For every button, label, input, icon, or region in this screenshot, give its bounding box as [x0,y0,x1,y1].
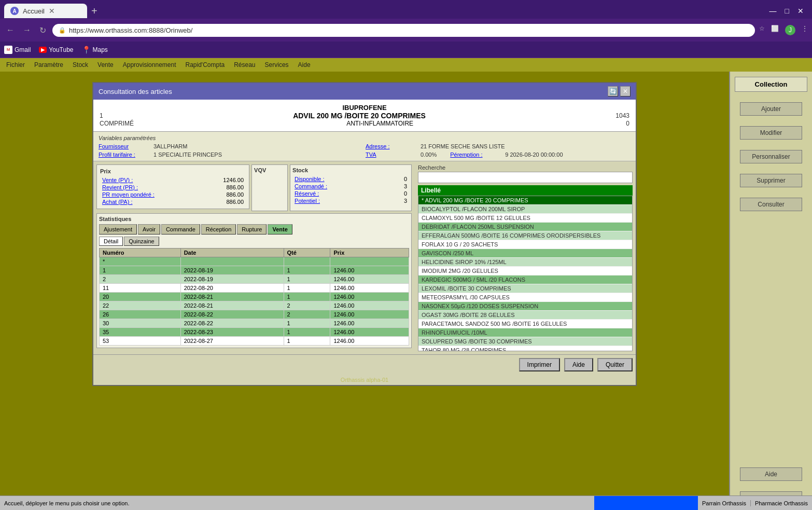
subtab-detail[interactable]: Détail [99,237,123,246]
modal-refresh-button[interactable]: 🔄 [608,86,618,97]
collection-button[interactable]: Collection [735,77,807,92]
result-item[interactable]: KARDEGIC 500MG / 5ML /20 FLACONS [418,275,632,284]
table-row[interactable]: 532022-08-2711246.00 [100,337,409,346]
result-item[interactable]: EFFERALGAN 500MG /BOITE 16 COMPRIMES ORO… [418,231,632,240]
result-item[interactable]: NASONEX 50µG /120 DOSES SUSPENSION [418,302,632,311]
table-row[interactable]: 352022-08-2311246.00 [100,328,409,337]
stats-table: Numéro Date Qté Prix * 12022-08-1911246.… [99,248,409,346]
menu-rapidcompta[interactable]: Rapid'Compta [181,60,229,70]
bookmark-maps[interactable]: 📍 Maps [82,46,108,54]
supprimer-button[interactable]: Supprimer [740,174,802,187]
tab-commande[interactable]: Commande [161,224,200,235]
peremption-value: 9 2026-08-20 00:00:00 [505,151,563,158]
tab-reception[interactable]: Réception [201,224,236,235]
tab-close-button[interactable]: ✕ [49,7,55,15]
aide-right-button[interactable]: Aide [740,467,802,481]
refresh-button[interactable]: ↻ [37,23,48,37]
bookmark-gmail[interactable]: M Gmail [4,46,31,54]
menu-stock[interactable]: Stock [68,60,92,70]
menu-vente[interactable]: Vente [93,60,118,70]
result-item[interactable]: CLAMOXYL 500 MG /BOITE 12 GELULES [418,214,632,223]
aide-button[interactable]: Aide [564,358,593,371]
result-item[interactable]: * ADVIL 200 MG /BOITE 20 COMPRIMES [418,196,632,205]
table-row-star[interactable]: * [100,257,409,266]
fournisseur-label[interactable]: Fournisseur [99,143,150,149]
vente-label[interactable]: Vente (PV) : [102,177,133,183]
modal-close-button[interactable]: ✕ [620,86,631,97]
menu-parametre[interactable]: Paramètre [30,60,67,70]
table-row[interactable]: 22022-08-1911246.00 [100,275,409,284]
consulter-button[interactable]: Consulter [740,198,802,211]
tab-avoir[interactable]: Avoir [138,224,160,235]
tab-rupture[interactable]: Rupture [237,224,267,235]
tva-label[interactable]: TVA [366,151,417,158]
pr-moyen-label[interactable]: PR moyen pondéré : [102,191,155,198]
menu-services[interactable]: Services [261,60,293,70]
result-item[interactable]: GAVISCON /250 ML [418,249,632,258]
potentiel-label[interactable]: Potentiel : [295,198,320,204]
youtube-label: YouTube [49,46,73,53]
result-item[interactable]: BIOCALYPTOL /FLACON 200ML SIROP [418,205,632,214]
header-row-3: COMPRIMÉ ANTI-INFLAMMATOIRE 0 [100,120,629,127]
tab-favicon: A [10,7,19,15]
gmail-label: Gmail [15,46,31,53]
profile-icon[interactable]: J [785,25,795,35]
result-item[interactable]: SOLUPRED 5MG /BOITE 30 COMPRIMES [418,337,632,346]
quitter-button[interactable]: Quitter [597,358,633,371]
personnaliser-button[interactable]: Personnaliser [740,150,802,163]
result-item[interactable]: IMODIUM 2MG /20 GELULES [418,267,632,275]
tab-vente[interactable]: Vente [268,224,292,235]
result-item[interactable]: DEBRIDAT /FLACON 250ML SUSPENSION [418,223,632,231]
result-item[interactable]: RHINOFLUIMUCIL /10ML [418,328,632,337]
table-row[interactable]: 12022-08-1911246.00 [100,266,409,275]
disponible-label[interactable]: Disponible : [295,176,324,182]
forward-button[interactable]: → [21,23,33,37]
menu-reseau[interactable]: Réseau [230,60,259,70]
maximize-button[interactable]: □ [785,7,789,15]
address-icons: ☆ ⬜ J ⋮ [759,25,808,35]
reserve-value: 0 [404,190,407,197]
result-item[interactable]: FORLAX 10 G / 20 SACHETS [418,240,632,249]
reserve-label[interactable]: Réservé : [295,190,319,197]
menu-fichier[interactable]: Fichier [2,60,29,70]
active-tab[interactable]: A Accueil ✕ [4,4,87,18]
menu-approvisionnement[interactable]: Approvisionnement [119,60,180,70]
search-input[interactable] [418,172,633,183]
peremption-label[interactable]: Péremption : [450,151,502,158]
table-row[interactable]: 112022-08-2011246.00 [100,284,409,293]
ajouter-button[interactable]: Ajouter [740,102,802,116]
result-item[interactable]: TAHOR 80 MG /28 COMPRIMES [418,346,632,351]
tab-ajustement[interactable]: Ajustement [99,224,137,235]
revient-row: Revient (PR) : 886.00 [100,184,246,191]
commande-label[interactable]: Commandé : [295,183,327,189]
bookmark-youtube[interactable]: ▶ YouTube [39,46,73,53]
result-item[interactable]: METEOSPASMYL /30 CAPSULES [418,293,632,302]
menu-dots-icon[interactable]: ⋮ [802,25,808,35]
new-tab-button[interactable]: + [91,5,97,17]
prix-vqv-stock-row: Prix Vente (PV) : 1246.00 Revient (PR) :… [96,164,412,211]
subtab-quinzaine[interactable]: Quinzaine [124,237,159,246]
back-button[interactable]: ← [4,23,17,37]
table-row[interactable]: 262022-08-2221246.00 [100,310,409,319]
result-item[interactable]: HELICIDINE SIROP 10% /125ML [418,258,632,267]
result-item[interactable]: LEXOMIL /BOITE 30 COMPRIMES [418,284,632,293]
modifier-button[interactable]: Modifier [740,126,802,140]
close-window-button[interactable]: ✕ [797,7,804,15]
profil-label[interactable]: Profil tarifaire : [99,151,150,158]
imprimer-button[interactable]: Imprimer [519,358,560,371]
achat-label[interactable]: Achat (PA) : [102,199,132,205]
bookmark-star-icon[interactable]: ☆ [759,25,765,35]
table-row[interactable]: 302022-08-2211246.00 [100,319,409,328]
address-box[interactable]: 🔒 https://www.orthassis.com:8888/Orinweb… [52,24,755,37]
stats-section: Statistiques Ajustement Avoir Commande R… [96,213,412,348]
achat-row: Achat (PA) : 886.00 [100,198,246,205]
result-item[interactable]: PARACETAMOL SANDOZ 500 MG /BOITE 16 GELU… [418,320,632,328]
extensions-icon[interactable]: ⬜ [771,25,779,35]
minimize-button[interactable]: — [769,7,777,15]
result-item[interactable]: OGAST 30MG /BOITE 28 GELULES [418,311,632,320]
table-row[interactable]: 202022-08-2111246.00 [100,293,409,301]
adresse-label[interactable]: Adresse : [366,143,417,149]
menu-aide[interactable]: Aide [294,60,315,70]
table-row[interactable]: 222022-08-2121246.00 [100,301,409,310]
revient-label[interactable]: Revient (PR) : [102,184,138,190]
